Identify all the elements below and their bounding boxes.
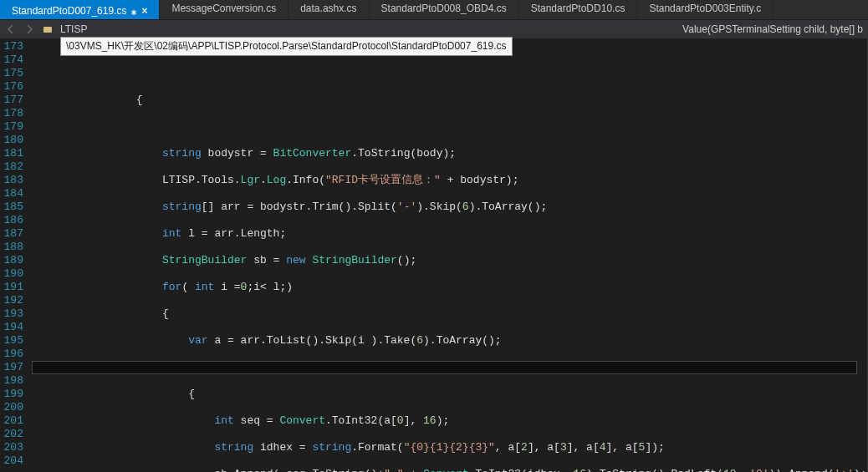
line-number: 196 [4,348,23,361]
line-number: 185 [4,200,23,214]
line-number: 182 [4,160,23,174]
code-line: { [32,388,867,401]
line-number: 189 [4,254,23,267]
code-line: for( int i =0;i< l;) [32,281,867,294]
line-number: 201 [4,414,23,428]
line-number: 180 [4,134,23,147]
tab-file[interactable]: data.ashx.cs [288,0,369,19]
line-number: 181 [4,147,23,160]
line-number: 192 [4,294,23,307]
code-line: LTISP.Tools.Lgr.Log.Info("RFID卡号设置信息：" +… [32,174,867,187]
code-line [32,120,867,134]
code-line: int l = arr.Length; [32,227,867,241]
code-line: { [32,307,867,321]
path-tooltip: \03VMS_HK\开发区\02编码\APP\LTISP.Protocol.Pa… [60,37,513,56]
tab-label: MessageConversion.cs [171,3,276,14]
line-number: 183 [4,174,23,187]
current-line-highlight [32,361,857,374]
line-number: 184 [4,187,23,200]
code-line: { [32,94,867,107]
line-number: 190 [4,267,23,281]
tab-bar: StandardPtoD007_619.cs ⁎ × MessageConver… [0,0,868,20]
line-number: 200 [4,401,23,414]
close-icon[interactable]: × [141,5,147,17]
tab-label: data.ashx.cs [300,3,356,14]
code-area[interactable]: { string bodystr = BitConverter.ToString… [32,38,867,472]
tab-file[interactable]: StandardPtoD003Entity.c [637,0,774,19]
code-line: int seq = Convert.ToInt32(a[0], 16); [32,414,867,428]
breadcrumb-bar: LTISP Value(GPSTerminalSetting child, by… [0,20,868,38]
line-number: 204 [4,454,23,468]
line-number: 194 [4,321,23,334]
tab-label: StandardPtoD007_619.cs [12,5,126,17]
code-editor: 1731741751761771781791801811821831841851… [0,38,868,472]
code-line: string bodystr = BitConverter.ToString(b… [32,147,867,160]
breadcrumb-class[interactable]: LTISP [60,23,87,35]
tab-file[interactable]: MessageConversion.cs [160,0,288,19]
class-icon [42,23,54,35]
code-line [32,67,867,80]
line-number-gutter: 1731741751761771781791801811821831841851… [4,38,32,472]
line-number: 198 [4,374,23,388]
line-number: 175 [4,67,23,80]
navigate-back-icon[interactable] [5,23,17,35]
line-number: 173 [4,40,23,53]
tab-file[interactable]: StandardPtoDD10.cs [519,0,638,19]
line-number: 186 [4,214,23,227]
code-line: StringBuilder sb = new StringBuilder(); [32,254,867,267]
tab-label: StandardPtoDD10.cs [531,3,625,14]
line-number: 195 [4,334,23,348]
breadcrumb-method[interactable]: Value(GPSTerminalSetting child, byte[] b [682,23,863,35]
line-number: 202 [4,428,23,441]
line-number: 179 [4,120,23,134]
line-number: 193 [4,307,23,321]
line-number: 197 [4,361,23,374]
line-number: 188 [4,241,23,254]
line-number: 203 [4,441,23,454]
line-number: 174 [4,53,23,67]
line-number: 199 [4,388,23,401]
navigate-fwd-icon[interactable] [23,23,35,35]
code-line: string idhex = string.Format("{0}{1}{2}{… [32,441,867,454]
tab-file[interactable]: StandardPtoD008_OBD4.cs [370,0,519,19]
line-number: 187 [4,227,23,241]
tab-label: StandardPtoD003Entity.c [649,3,761,14]
code-line: string[] arr = bodystr.Trim().Split('-')… [32,200,867,214]
tab-file-active[interactable]: StandardPtoD007_619.cs ⁎ × [0,0,160,19]
line-number: 191 [4,281,23,294]
line-number: 176 [4,80,23,94]
code-line: var a = arr.ToList().Skip(i ).Take(6).To… [32,334,867,348]
pin-icon[interactable]: ⁎ [131,5,136,17]
svg-rect-0 [43,27,52,33]
code-line: sb.Append( seq.ToString()+"," + Convert.… [32,468,867,472]
line-number: 178 [4,107,23,120]
line-number: 177 [4,94,23,107]
tab-label: StandardPtoD008_OBD4.cs [381,3,507,14]
